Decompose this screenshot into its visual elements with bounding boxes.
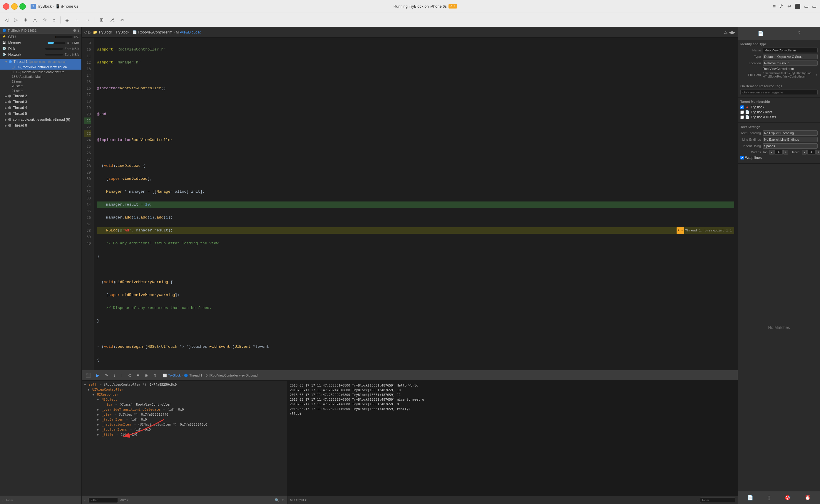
- var-uiresponder[interactable]: ▼ UIResponder: [82, 392, 287, 397]
- thread-1-sub-21[interactable]: 21 start: [0, 88, 81, 93]
- minimize-button[interactable]: [11, 3, 18, 10]
- breadcrumb-file[interactable]: RootViewController.m: [138, 30, 172, 34]
- var-tabbaritem[interactable]: ▶ _tabBarItem = (id) 0x0: [82, 417, 287, 422]
- back-btn[interactable]: ←: [72, 16, 82, 24]
- reveal-in-finder-btn[interactable]: ↗: [815, 73, 818, 77]
- var-isa[interactable]: isa = (Class) RootViewController: [82, 402, 287, 407]
- debug-bc-thread[interactable]: Thread 1: [189, 374, 202, 377]
- forward-btn[interactable]: →: [83, 16, 92, 24]
- inspector-quick-help-btn[interactable]: ?: [797, 30, 802, 37]
- thread-6-item[interactable]: ▶ com.apple.uikit.eventfetch-thread (6): [0, 117, 81, 122]
- breadcrumb-tryblock[interactable]: TryBlock: [98, 30, 112, 34]
- text-encoding-select[interactable]: No Explicit Encoding: [763, 130, 818, 136]
- debug-step-over-btn[interactable]: ↷: [103, 372, 110, 378]
- thread-4-item[interactable]: ▶ Thread 4: [0, 105, 81, 111]
- insp-bottom-file-btn[interactable]: 📄: [746, 494, 754, 502]
- breadcrumb-group[interactable]: TryBlock: [115, 30, 129, 34]
- nav-back-btn[interactable]: ◁: [84, 30, 87, 35]
- find-btn[interactable]: ⌕: [50, 16, 58, 24]
- close-button[interactable]: [3, 3, 9, 10]
- var-view[interactable]: ▶ _view = (UIView *) 0x7fa852613ff0: [82, 412, 287, 417]
- insp-bottom-hist-btn[interactable]: ⏰: [804, 494, 812, 502]
- var-self[interactable]: ▼ self = (RootViewController *) 0x7fa852…: [82, 382, 287, 387]
- console-filter-input[interactable]: [700, 498, 735, 503]
- indent-width-input[interactable]: [807, 150, 816, 154]
- thread-1-sub-20[interactable]: 20 start: [0, 84, 81, 88]
- thread-5-item[interactable]: ▶ Thread 5: [0, 111, 81, 117]
- debug-bc-app[interactable]: TryBlock: [168, 374, 180, 377]
- debug-simulate-btn[interactable]: ⊕: [143, 372, 150, 378]
- tab-width-input[interactable]: [774, 150, 783, 154]
- debug-toggle-btn[interactable]: ⬛: [84, 372, 93, 378]
- thread-1-sub-0[interactable]: ▢ 0 -[RootViewController viewDidLoa...: [0, 65, 81, 70]
- debug-step-into-btn[interactable]: ↓: [112, 372, 117, 378]
- memory-resource[interactable]: 💾 Memory 41.7 MB: [0, 40, 81, 46]
- nav-right-btn[interactable]: ▷: [12, 16, 20, 24]
- info-btn[interactable]: ℹ: [78, 28, 79, 33]
- thread-1-item[interactable]: ▼ Thread 1 Queue: com...-thread (serial): [0, 59, 81, 65]
- left-panel-filter-input[interactable]: [4, 498, 79, 503]
- panel-toggle-btn[interactable]: ▭: [804, 3, 809, 10]
- bookmark-btn[interactable]: ☆: [40, 16, 49, 24]
- split-view-btn[interactable]: ⬛: [794, 3, 801, 10]
- indent-width-up-btn[interactable]: +: [816, 150, 820, 154]
- membership-tryblockuitests-checkbox[interactable]: [740, 115, 744, 119]
- on-demand-input[interactable]: [740, 90, 818, 95]
- indent-using-select[interactable]: Spaces: [763, 143, 818, 149]
- inspector-file-btn[interactable]: 📄: [757, 29, 765, 37]
- var-uiviewcontroller[interactable]: ▼ UIViewController: [82, 387, 287, 392]
- type-select[interactable]: Default - Objective-C Sou...: [763, 54, 818, 59]
- insp-bottom-code-btn[interactable]: {}: [766, 494, 772, 502]
- variables-filter-input[interactable]: [88, 498, 118, 503]
- debug-share-btn[interactable]: ⇧: [152, 372, 159, 378]
- structure-btn[interactable]: ⊞: [97, 16, 106, 24]
- location-select[interactable]: Relative to Group: [763, 61, 818, 66]
- fullscreen-button[interactable]: [19, 3, 26, 10]
- thread-1-sub-1[interactable]: □ 1 -[UIViewController loadViewIfRe...: [0, 70, 81, 74]
- thread-1-sub-18[interactable]: 18 UIApplicationMain: [0, 74, 81, 79]
- debug-step-out-btn[interactable]: ↑: [119, 372, 125, 378]
- name-input[interactable]: [763, 48, 818, 53]
- debug-continue-btn[interactable]: ▶: [94, 372, 101, 378]
- clock-btn[interactable]: ⏱: [779, 3, 784, 10]
- thread-8-item[interactable]: ▶ Thread 8: [0, 122, 81, 128]
- panel-toggle2-btn[interactable]: ▭: [811, 3, 817, 10]
- debug-bc-frame[interactable]: 0 -[RootViewController viewDidLoad]: [206, 374, 259, 377]
- thread-3-item[interactable]: ▶ Thread 3: [0, 99, 81, 105]
- hamburger-menu-btn[interactable]: ≡: [772, 3, 776, 10]
- tab-width-down-btn[interactable]: -: [769, 150, 774, 154]
- membership-tryblock-checkbox[interactable]: [740, 105, 744, 109]
- breakpoints-btn[interactable]: ⊕: [21, 16, 30, 24]
- indent-width-down-btn[interactable]: -: [802, 150, 807, 154]
- membership-tryblocktests-checkbox[interactable]: [740, 110, 744, 114]
- scheme-btn[interactable]: ◈: [63, 16, 71, 24]
- disk-resource[interactable]: 💽 Disk Zero KB/s: [0, 46, 81, 52]
- insp-bottom-target-btn[interactable]: 🎯: [784, 494, 792, 502]
- snippet-btn[interactable]: ✂: [118, 16, 127, 24]
- var-nsobject[interactable]: ▼ NSObject: [82, 397, 287, 402]
- back-nav-btn[interactable]: ↩: [787, 3, 792, 10]
- breadcrumb-method[interactable]: -viewDidLoad: [180, 30, 201, 34]
- tab-width-up-btn[interactable]: +: [783, 150, 788, 154]
- line-endings-select[interactable]: No Explicit Line Endings: [763, 137, 818, 142]
- nav-left-btn[interactable]: ◁: [2, 16, 11, 24]
- warning-btn[interactable]: △: [31, 16, 39, 24]
- wrap-lines-checkbox[interactable]: [740, 156, 744, 159]
- debug-lldb-btn[interactable]: ≡: [135, 372, 141, 378]
- cpu-resource[interactable]: ⚡ CPU 0%: [0, 34, 81, 40]
- var-override-transitioning[interactable]: ▶ _overrideTransitioningDelegate = (id) …: [82, 407, 287, 412]
- record-btn[interactable]: ⏺: [73, 28, 76, 33]
- related-items-btn[interactable]: ◀▶: [729, 30, 735, 35]
- code-content[interactable]: #import "RootViewController.h" #import "…: [93, 38, 738, 370]
- thread-2-item[interactable]: ▶ Thread 2: [0, 93, 81, 99]
- var-toolbaritems[interactable]: ▶ _toolbarItems = (id) 0x0: [82, 427, 287, 432]
- var-navigationitem[interactable]: ▶ _navigationItem = (UINavigationItem *)…: [82, 422, 287, 427]
- network-resource[interactable]: 📡 Network Zero KB/s: [0, 52, 81, 58]
- debug-breakpoint-btn[interactable]: ⊙: [126, 372, 133, 378]
- nav-forward-btn[interactable]: ▷: [88, 30, 92, 35]
- auto-label[interactable]: Auto ▾: [120, 498, 128, 502]
- jump-to-issue-btn[interactable]: ⚠: [724, 30, 728, 35]
- git-btn[interactable]: ⎇: [107, 16, 117, 24]
- var-title[interactable]: ▶ _title = (id) 0x0: [82, 432, 287, 437]
- thread-1-sub-19[interactable]: 19 main: [0, 79, 81, 84]
